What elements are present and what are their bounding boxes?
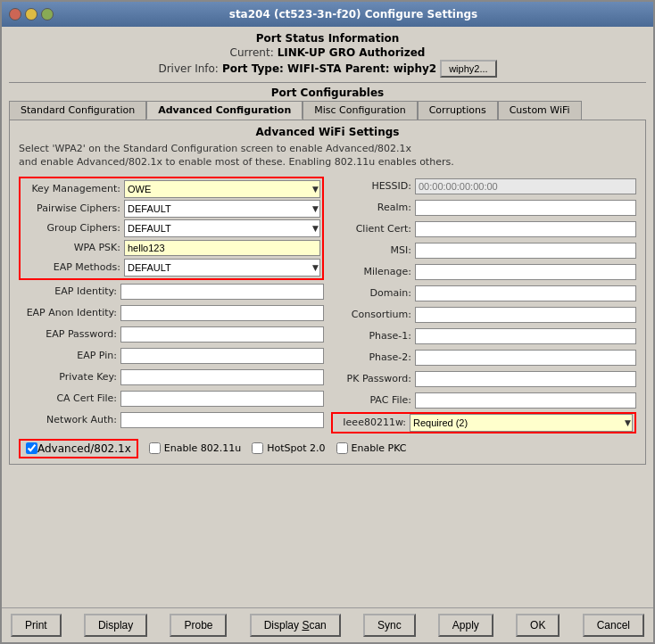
pac-file-input[interactable]: [415, 392, 636, 409]
eap-password-input[interactable]: [120, 326, 324, 343]
advanced-checkbox-wrapper: Advanced/802.1x: [19, 439, 138, 458]
cancel-button[interactable]: Cancel: [583, 614, 644, 637]
hessid-input[interactable]: [415, 178, 636, 194]
eap-anon-input[interactable]: [120, 305, 324, 321]
client-cert-label: Client Cert:: [331, 223, 411, 235]
pairwise-select[interactable]: DEFAULT CCMP TKIP: [124, 200, 320, 218]
display-scan-button[interactable]: Display Scan: [250, 614, 341, 637]
enable-pkc-label: Enable PKC: [352, 442, 407, 454]
ieee-highlight: Ieee80211w: Required (2) Optional (1) Di…: [331, 412, 636, 433]
tab-advanced-configuration[interactable]: Advanced Configuration: [146, 101, 303, 120]
pk-password-row: PK Password:: [331, 369, 636, 389]
consortium-row: Consortium:: [331, 305, 636, 325]
group-select[interactable]: DEFAULT CCMP TKIP: [124, 219, 320, 237]
tab-misc-configuration[interactable]: Misc Configuration: [303, 101, 417, 120]
driver-value: Port Type: WIFI-STA Parent: wiphy2: [222, 62, 436, 75]
pac-file-label: PAC File:: [331, 394, 411, 406]
key-management-row: Key Management: OWE WPA-PSK WPA-EAP SAE …: [22, 179, 320, 199]
pk-password-label: PK Password:: [331, 373, 411, 384]
ca-cert-row: CA Cert File:: [19, 389, 324, 409]
milenage-input[interactable]: [415, 264, 636, 280]
eap-identity-input[interactable]: [120, 284, 324, 300]
network-auth-row: Network Auth:: [19, 410, 324, 430]
ieee-select[interactable]: Required (2) Optional (1) Disabled (0): [410, 414, 633, 432]
enable-80211u-row: Enable 802.11u: [149, 442, 241, 454]
tab-custom-wifi[interactable]: Custom WiFi: [498, 101, 582, 120]
enable-pkc-checkbox[interactable]: [336, 442, 348, 454]
client-cert-input[interactable]: [415, 221, 636, 237]
bottom-checkboxes: Advanced/802.1x Enable 802.11u HotSpot 2…: [19, 439, 636, 458]
key-management-select[interactable]: OWE WPA-PSK WPA-EAP SAE NONE: [124, 180, 320, 198]
print-button[interactable]: Print: [11, 614, 62, 637]
eap-methods-select[interactable]: DEFAULT PEAP TTLS TLS: [124, 259, 320, 277]
realm-label: Realm:: [331, 202, 411, 213]
left-column: Key Management: OWE WPA-PSK WPA-EAP SAE …: [19, 177, 324, 433]
tab-standard-configuration[interactable]: Standard Configuration: [9, 101, 146, 120]
display-scan-label: Display Scan: [264, 619, 327, 632]
pairwise-row: Pairwise Ciphers: DEFAULT CCMP TKIP ▼: [22, 199, 320, 219]
pairwise-select-wrapper: DEFAULT CCMP TKIP ▼: [124, 200, 320, 218]
consortium-input[interactable]: [415, 307, 636, 323]
main-window: sta204 (ct523-3n-f20) Configure Settings…: [0, 0, 655, 644]
driver-label: Driver Info:: [158, 62, 219, 75]
eap-anon-label: EAP Anon Identity:: [19, 307, 117, 318]
group-label: Group Ciphers:: [22, 222, 120, 234]
apply-button[interactable]: Apply: [438, 614, 493, 637]
driver-info-row: Driver Info: Port Type: WIFI-STA Parent:…: [9, 60, 646, 78]
pk-password-input[interactable]: [415, 371, 636, 387]
ok-button[interactable]: OK: [516, 614, 560, 637]
phase1-label: Phase-1:: [331, 330, 411, 342]
enable-80211u-label: Enable 802.11u: [164, 442, 241, 454]
enable-pkc-row: Enable PKC: [336, 442, 407, 454]
current-info-row: Current: LINK-UP GRO Authorized: [9, 46, 646, 59]
sync-button[interactable]: Sync: [363, 614, 416, 637]
probe-button[interactable]: Probe: [170, 614, 227, 637]
key-management-label: Key Management:: [22, 183, 120, 194]
pac-file-row: PAC File:: [331, 391, 636, 410]
ca-cert-input[interactable]: [120, 391, 324, 407]
window-controls: [9, 8, 54, 21]
port-status-title: Port Status Information: [9, 32, 646, 45]
wpa-psk-label: WPA PSK:: [22, 242, 120, 253]
hessid-label: HESSID:: [331, 180, 411, 192]
hotspot-checkbox[interactable]: [252, 442, 263, 454]
msi-input[interactable]: [415, 243, 636, 259]
network-auth-input[interactable]: [120, 412, 324, 428]
key-management-select-wrapper: OWE WPA-PSK WPA-EAP SAE NONE ▼: [124, 180, 320, 198]
tabs-area: Standard Configuration Advanced Configur…: [9, 101, 646, 120]
info-text: Select 'WPA2' on the Standard Configurat…: [19, 142, 636, 169]
realm-row: Realm:: [331, 198, 636, 218]
private-key-input[interactable]: [120, 369, 324, 385]
msi-label: MSI:: [331, 244, 411, 256]
close-button[interactable]: [9, 8, 21, 21]
maximize-button[interactable]: [41, 8, 54, 21]
client-cert-row: Client Cert:: [331, 219, 636, 239]
form-grid: Key Management: OWE WPA-PSK WPA-EAP SAE …: [19, 177, 636, 433]
milenage-row: Milenage:: [331, 262, 636, 282]
wpa-psk-input[interactable]: [124, 240, 320, 256]
display-button[interactable]: Display: [84, 614, 147, 637]
minimize-button[interactable]: [25, 8, 37, 21]
phase2-input[interactable]: [415, 350, 636, 366]
phase1-input[interactable]: [415, 328, 636, 344]
window-title: sta204 (ct523-3n-f20) Configure Settings: [61, 8, 646, 21]
enable-80211u-checkbox[interactable]: [149, 442, 161, 454]
eap-password-label: EAP Password:: [19, 328, 117, 340]
current-label: Current:: [230, 46, 274, 59]
eap-pin-input[interactable]: [120, 348, 324, 364]
wiphy-button[interactable]: wiphy2...: [440, 60, 496, 78]
group-select-wrapper: DEFAULT CCMP TKIP ▼: [124, 219, 320, 237]
advanced-checkbox[interactable]: [26, 442, 37, 454]
realm-input[interactable]: [415, 200, 636, 216]
tab-corruptions[interactable]: Corruptions: [418, 101, 498, 120]
footer: Print Display Probe Display Scan Sync Ap…: [2, 607, 653, 642]
eap-identity-label: EAP Identity:: [19, 285, 117, 297]
milenage-label: Milenage:: [331, 266, 411, 277]
current-value: LINK-UP GRO Authorized: [278, 46, 426, 59]
hotspot-row: HotSpot 2.0: [252, 442, 325, 454]
eap-methods-label: EAP Methods:: [22, 261, 120, 273]
domain-input[interactable]: [415, 285, 636, 301]
private-key-label: Private Key:: [19, 371, 117, 383]
ieee-select-wrapper: Required (2) Optional (1) Disabled (0) ▼: [410, 414, 633, 432]
domain-label: Domain:: [331, 287, 411, 299]
